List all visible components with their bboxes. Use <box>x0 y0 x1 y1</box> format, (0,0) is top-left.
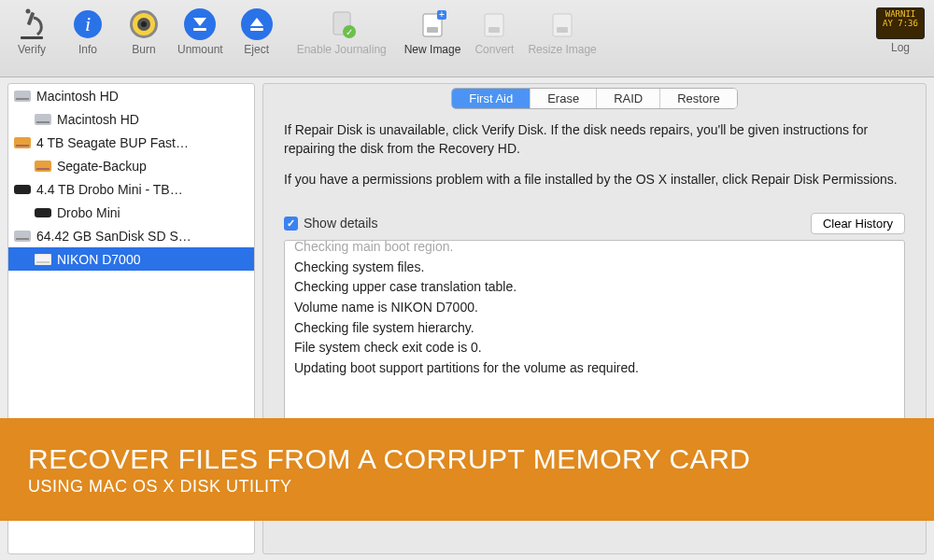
disk-label: Macintosh HD <box>57 112 139 127</box>
resize-image-button[interactable]: Resize Image <box>528 7 596 56</box>
toolbar-label: Burn <box>132 43 155 56</box>
hdd-icon <box>14 183 31 196</box>
svg-text:✓: ✓ <box>346 27 353 37</box>
svg-rect-28 <box>14 185 31 194</box>
disk-row[interactable]: 4 TB Seagate BUP Fast… <box>8 131 254 154</box>
banner-title: RECOVER FILES FROM A CORRUPT MEMORY CARD <box>28 443 750 475</box>
toolbar-label: Convert <box>474 43 514 56</box>
log-line: File system check exit code is 0. <box>294 338 895 358</box>
svg-rect-16 <box>485 14 503 36</box>
tab-restore[interactable]: Restore <box>660 89 737 108</box>
eject-button[interactable]: Eject <box>234 7 279 56</box>
disk-row[interactable]: 64.42 GB SanDisk SD S… <box>8 224 254 247</box>
log-button[interactable]: WARNII AY 7:36 Log <box>876 7 925 54</box>
info-icon: i <box>71 7 105 41</box>
svg-rect-27 <box>36 168 50 170</box>
convert-icon <box>477 7 511 41</box>
toolbar-label: Unmount <box>177 43 223 56</box>
disk-label: NIKON D7000 <box>57 252 140 267</box>
info-button[interactable]: i Info <box>65 7 110 56</box>
verify-button[interactable]: Verify <box>9 7 54 56</box>
log-line: Volume name is NIKON D7000. <box>294 298 895 318</box>
svg-rect-31 <box>16 238 29 240</box>
svg-text:i: i <box>85 12 91 35</box>
unmount-icon <box>183 7 217 41</box>
banner-subtitle: USING MAC OS X DISK UTILITY <box>28 477 750 497</box>
disk-row-selected[interactable]: NIKON D7000 <box>8 247 254 271</box>
new-image-icon: + <box>416 7 449 41</box>
log-line: Checking system files. <box>294 258 895 278</box>
toolbar-label: Verify <box>18 43 46 56</box>
eject-icon <box>240 7 274 41</box>
svg-rect-17 <box>488 27 500 33</box>
svg-text:+: + <box>439 9 445 20</box>
toolbar-label: Info <box>78 43 97 56</box>
svg-rect-24 <box>14 137 31 148</box>
svg-rect-20 <box>14 91 31 102</box>
disk-label: 4 TB Seagate BUP Fast… <box>36 135 189 150</box>
hdd-icon <box>14 90 31 103</box>
log-widget-icon: WARNII AY 7:36 <box>876 7 925 39</box>
journal-icon: ✓ <box>325 7 359 41</box>
log-line: Updating boot support partitions for the… <box>294 358 895 379</box>
hdd-icon <box>14 136 31 149</box>
disk-row[interactable]: Drobo Mini <box>8 201 254 224</box>
convert-button[interactable]: Convert <box>472 7 517 56</box>
svg-rect-22 <box>35 114 51 125</box>
disk-label: Segate-Backup <box>57 159 147 174</box>
svg-rect-32 <box>35 254 51 265</box>
svg-rect-33 <box>36 261 50 263</box>
enable-journaling-button[interactable]: ✓ Enable Journaling <box>290 7 393 56</box>
disk-label: 64.42 GB SanDisk SD S… <box>36 229 191 244</box>
details-bar: Show details Clear History <box>263 209 926 240</box>
show-details-checkbox[interactable] <box>284 217 298 231</box>
disk-label: Macintosh HD <box>36 89 119 104</box>
log-line: Checking main boot region. <box>294 240 895 258</box>
svg-rect-13 <box>427 27 438 33</box>
microscope-icon <box>15 7 49 41</box>
disk-label: Drobo Mini <box>57 205 120 220</box>
tab-bar: First Aid Erase RAID Restore <box>263 88 926 109</box>
svg-rect-25 <box>16 145 29 147</box>
toolbar-label: Resize Image <box>528 43 596 56</box>
unmount-button[interactable]: Unmount <box>177 7 223 56</box>
svg-point-8 <box>141 21 147 27</box>
clear-history-button[interactable]: Clear History <box>811 213 905 234</box>
log-line: Checking file system hierarchy. <box>294 318 895 339</box>
svg-rect-29 <box>35 208 51 217</box>
toolbar-label: Enable Journaling <box>297 43 387 56</box>
toolbar-label: New Image <box>404 43 461 56</box>
resize-icon <box>545 7 579 41</box>
toolbar-label: Eject <box>244 43 269 56</box>
svg-rect-19 <box>557 27 568 33</box>
toolbar-label: Log <box>891 41 910 54</box>
hdd-icon <box>35 206 51 219</box>
tab-erase[interactable]: Erase <box>531 89 597 108</box>
burn-button[interactable]: Burn <box>121 7 166 56</box>
disk-label: 4.4 TB Drobo Mini - TB… <box>36 182 183 197</box>
disk-row[interactable]: Macintosh HD <box>8 107 254 131</box>
svg-rect-18 <box>553 14 572 36</box>
hdd-icon <box>35 113 51 126</box>
disk-row[interactable]: 4.4 TB Drobo Mini - TB… <box>8 177 254 201</box>
svg-rect-26 <box>35 161 51 172</box>
hdd-icon <box>35 160 51 173</box>
new-image-button[interactable]: + New Image <box>404 7 461 56</box>
svg-rect-21 <box>16 98 29 100</box>
instruction-text: If Repair Disk is unavailable, click Ver… <box>263 109 926 209</box>
disk-row[interactable]: Macintosh HD <box>8 84 254 107</box>
hdd-icon <box>14 230 31 243</box>
svg-point-2 <box>26 9 31 14</box>
svg-rect-0 <box>21 36 43 39</box>
overlay-banner: RECOVER FILES FROM A CORRUPT MEMORY CARD… <box>0 418 934 521</box>
svg-rect-30 <box>14 231 31 242</box>
tab-raid[interactable]: RAID <box>597 89 660 108</box>
show-details-label: Show details <box>304 216 377 231</box>
log-line: Checking upper case translation table. <box>294 277 895 298</box>
toolbar: Verify i Info Burn Unmount <box>0 0 934 77</box>
svg-rect-23 <box>36 121 50 123</box>
burn-icon <box>127 7 161 41</box>
tab-first-aid[interactable]: First Aid <box>452 89 531 108</box>
disk-row[interactable]: Segate-Backup <box>8 154 254 177</box>
hdd-icon <box>35 253 51 266</box>
